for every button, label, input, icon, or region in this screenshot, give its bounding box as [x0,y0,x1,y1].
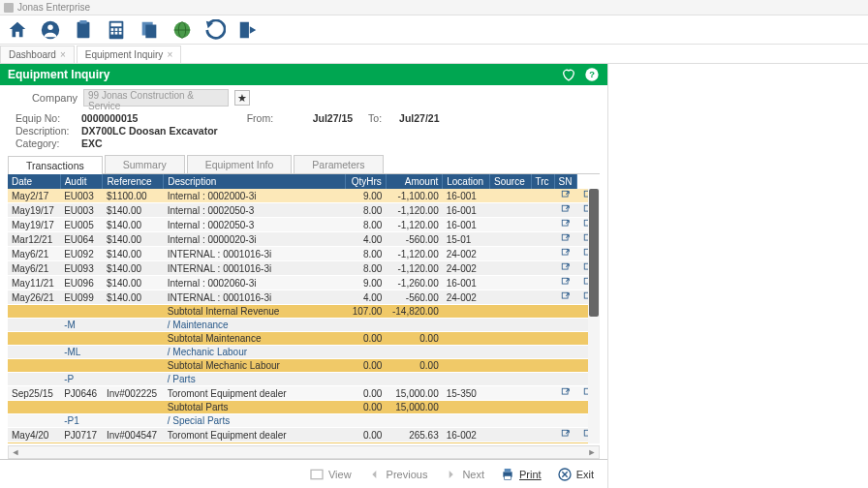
col-source[interactable]: Source [490,174,531,189]
calc-icon[interactable] [105,18,128,42]
doc-tab-equipment-inquiry[interactable]: Equipment Inquiry× [77,46,181,63]
table-row[interactable]: May11/21EU096$140.00Internal : 0002060-3… [8,276,600,290]
col-reference[interactable]: Reference [103,174,164,189]
refresh-icon[interactable] [203,18,227,42]
table-row[interactable]: -P1/ Special Parts [8,414,600,428]
table-row[interactable]: Mar12/21EU064$140.00Internal : 0000020-3… [8,232,600,247]
table-row[interactable]: May6/21EU093$140.00INTERNAL : 0001016-3i… [8,261,600,276]
col-qtyhrs[interactable]: QtyHrs [346,174,387,189]
table-row[interactable]: May19/17EU003$140.00Internal : 0002050-3… [8,203,600,218]
copy-icon[interactable] [138,18,161,42]
trc-link[interactable] [554,276,577,290]
to-label: To: [368,112,391,124]
table-row[interactable]: Subtotal Mechanic Labour0.000.00 [8,359,600,373]
col-amount[interactable]: Amount [386,174,442,189]
table-row[interactable]: May19/17EU005$140.00Internal : 0002050-3… [8,218,600,232]
view-button[interactable]: View [303,465,357,484]
svg-rect-9 [111,31,114,34]
table-row[interactable]: Subtotal Maintenance0.000.00 [8,332,600,346]
user-icon[interactable] [39,18,62,42]
trc-link[interactable] [554,218,577,232]
svg-point-1 [47,24,53,30]
horizontal-scrollbar[interactable]: ◄► [8,445,600,459]
table-row[interactable]: -M/ Maintenance [8,319,600,332]
tab-parameters[interactable]: Parameters [294,155,383,173]
trc-link[interactable] [554,189,577,203]
col-date[interactable]: Date [8,174,60,189]
table-row[interactable]: -P/ Parts [8,373,600,386]
svg-rect-6 [111,28,114,31]
trc-link[interactable] [554,442,577,444]
next-button[interactable]: Next [437,465,490,484]
exit-button[interactable]: Exit [551,465,600,484]
trc-link[interactable] [554,290,577,305]
close-icon[interactable]: × [167,49,172,60]
desc-label: Description: [16,125,74,137]
globe-icon[interactable] [170,18,194,42]
previous-button[interactable]: Previous [361,465,434,484]
from-label: From: [247,112,305,124]
tab-summary[interactable]: Summary [105,155,185,173]
table-row[interactable]: May6/21EU092$140.00INTERNAL : 0001016-3i… [8,247,600,261]
trc-link[interactable] [554,261,577,276]
trc-link[interactable] [554,386,577,401]
trc-link[interactable] [554,203,577,218]
col-location[interactable]: Location [443,174,490,189]
trc-link[interactable] [554,359,577,373]
close-icon[interactable]: × [60,49,66,60]
help-icon[interactable]: ? [584,67,600,82]
svg-text:?: ? [589,70,595,79]
equip-no-label: Equip No: [16,112,74,124]
table-row[interactable]: Sep25/15PJ0646Inv#002225Toromont Equipme… [8,386,600,401]
trc-link[interactable] [554,401,577,414]
trc-link[interactable] [554,332,577,346]
col-sn[interactable]: SN [554,174,577,189]
vertical-scrollbar[interactable] [588,189,600,443]
svg-rect-13 [145,24,156,38]
col-trc[interactable]: Trc [531,174,554,189]
equip-no: 0000000015 [81,112,138,124]
table-row[interactable]: Subtotal Special Parts0.00265.63 [8,442,600,444]
table-row[interactable]: May2/17EU003$1100.00Internal : 0002000-3… [8,189,600,203]
table-row[interactable]: -ML/ Mechanic Labour [8,346,600,359]
print-button[interactable]: Print [494,465,547,484]
table-row[interactable]: Subtotal Parts0.0015,000.00 [8,401,600,414]
company-select[interactable]: 99 Jonas Construction & Service [83,89,229,107]
svg-rect-43 [505,475,512,479]
favorite-icon[interactable] [561,67,576,82]
svg-rect-8 [119,28,122,31]
clipboard-icon[interactable] [72,18,95,42]
col-audit[interactable]: Audit [60,174,103,189]
trc-link[interactable] [554,319,577,332]
grid-container: DateAuditReferenceDescriptionQtyHrsAmoun… [8,174,600,443]
pane-header: Equipment Inquiry ? [0,64,607,85]
sub-tabs: TransactionsSummaryEquipment InfoParamet… [8,155,600,174]
tab-equipment-info[interactable]: Equipment Info [187,155,293,173]
trc-link[interactable] [554,247,577,261]
doc-tab-dashboard[interactable]: Dashboard× [0,46,75,63]
tab-transactions[interactable]: Transactions [8,156,103,174]
home-icon[interactable] [6,18,29,42]
svg-rect-10 [115,31,118,34]
trc-link[interactable] [554,414,577,428]
app-title: Jonas Enterprise [17,2,90,13]
exit-icon[interactable] [236,18,260,42]
trc-link[interactable] [554,305,577,319]
trc-link[interactable] [554,346,577,359]
company-label: Company [8,92,78,104]
star-button[interactable]: ★ [234,90,250,106]
table-row[interactable]: May4/20PJ0717Inv#004547Toromont Equipmen… [8,428,600,442]
col-description[interactable]: Description [164,174,346,189]
desc-value: DX700LC Doosan Excavator [81,125,218,137]
cat-label: Category: [16,137,74,149]
transactions-grid: DateAuditReferenceDescriptionQtyHrsAmoun… [8,174,600,443]
table-row[interactable]: Subtotal Internal Revenue107.00-14,820.0… [8,305,600,319]
pane-title: Equipment Inquiry [8,68,109,81]
trc-link[interactable] [554,232,577,247]
main-toolbar [0,15,868,45]
document-tabs: Dashboard×Equipment Inquiry× [0,45,868,64]
table-row[interactable]: May26/21EU099$140.00INTERNAL : 0001016-3… [8,290,600,305]
svg-rect-5 [111,22,122,26]
trc-link[interactable] [554,428,577,442]
trc-link[interactable] [554,373,577,386]
